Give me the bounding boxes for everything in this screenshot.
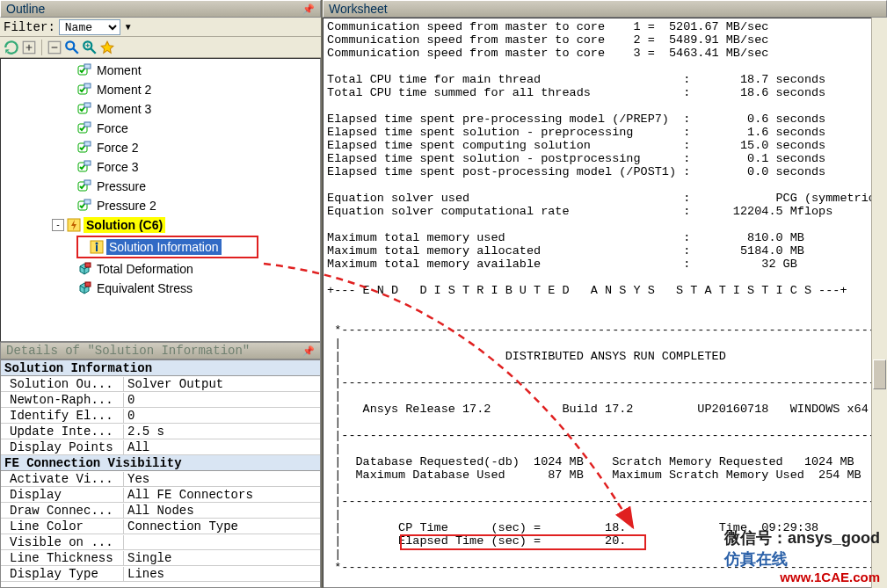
cube-icon [76, 262, 92, 276]
tree-item[interactable]: Force [1, 119, 320, 138]
tree-item[interactable]: Force 2 [1, 138, 320, 157]
filter-select[interactable]: Name [59, 19, 120, 35]
highlight-solution-info: Solution Information [76, 236, 258, 258]
vertical-scrollbar[interactable] [871, 18, 887, 588]
grid-val[interactable]: All Nodes [124, 504, 320, 518]
details-grid[interactable]: Solution InformationSolution Ou...Solver… [0, 359, 321, 588]
tree-label: Moment 2 [94, 82, 154, 98]
grid-key: Identify El... [1, 409, 124, 423]
grid-row[interactable]: Identify El...0 [1, 408, 320, 424]
grid-val[interactable]: All [124, 440, 320, 454]
filter-label: Filter: [4, 20, 55, 34]
grid-row[interactable]: Line ThicknessSingle [1, 550, 320, 566]
grid-row[interactable]: Display PointsAll [1, 439, 320, 455]
svg-rect-19 [84, 200, 91, 204]
check-icon [76, 83, 92, 97]
grid-key: Visible on ... [1, 535, 124, 549]
grid-val[interactable]: 2.5 s [124, 425, 320, 439]
tree-item[interactable]: Pressure [1, 177, 320, 196]
tree-item[interactable]: Moment 2 [1, 80, 320, 99]
grid-key: Line Color [1, 519, 124, 534]
collapse-icon[interactable] [47, 40, 62, 55]
grid-val[interactable]: Lines [124, 567, 320, 581]
pin-icon[interactable]: 📌 [302, 345, 315, 357]
tree-label: Moment 3 [94, 101, 154, 117]
grid-val[interactable]: Connection Type [124, 519, 320, 534]
grid-val[interactable]: All FE Connectors [124, 488, 320, 502]
grid-row[interactable]: Draw Connec...All Nodes [1, 503, 320, 519]
svg-rect-15 [84, 161, 91, 165]
svg-rect-5 [84, 64, 91, 69]
tree-label: Force 3 [94, 159, 141, 175]
check-icon [76, 199, 92, 213]
outline-toolbar [0, 37, 321, 58]
grid-row[interactable]: DisplayAll FE Connectors [1, 487, 320, 503]
grid-category: FE Connection Visibility [1, 455, 320, 471]
search-icon[interactable] [64, 40, 80, 55]
nav-icon[interactable] [99, 40, 115, 55]
grid-val[interactable]: Single [124, 551, 320, 565]
check-icon [76, 141, 92, 155]
grid-val[interactable]: Solver Output [124, 377, 320, 391]
tree-label: Total Deformation [94, 261, 196, 277]
grid-key: Activate Vi... [1, 472, 124, 486]
tree-item[interactable]: Solution Information [78, 237, 222, 257]
svg-point-2 [66, 41, 74, 49]
grid-val[interactable]: Yes [124, 472, 320, 486]
expand-icon[interactable] [21, 40, 37, 55]
tree-label: Equivalent Stress [94, 280, 195, 296]
outline-title: Outline [6, 2, 45, 16]
scroll-thumb[interactable] [873, 359, 886, 389]
grid-row[interactable]: Solution Ou...Solver Output [1, 376, 320, 392]
svg-point-22 [96, 243, 98, 245]
outline-tree[interactable]: MomentMoment 2Moment 3ForceForce 2Force … [0, 58, 321, 342]
svg-rect-25 [85, 282, 91, 287]
tree-item[interactable]: Total Deformation [1, 259, 320, 279]
grid-key: Newton-Raph... [1, 393, 124, 407]
svg-rect-13 [84, 142, 91, 146]
grid-key: Line Thickness [1, 551, 124, 565]
grid-row[interactable]: Display TypeLines [1, 566, 320, 582]
details-header: Details of "Solution Information" 📌 [0, 342, 321, 359]
tree-item[interactable]: Moment 3 [1, 99, 320, 119]
grid-row[interactable]: Update Inte...2.5 s [1, 424, 320, 439]
svg-rect-7 [84, 83, 91, 88]
svg-rect-17 [84, 180, 91, 185]
tree-label: Pressure [94, 178, 149, 194]
refresh-icon[interactable] [4, 40, 19, 55]
tree-label: Solution (C6) [84, 217, 165, 233]
watermark: 微信号：ansys_good 仿真在线 www.1CAE.com [724, 527, 880, 584]
grid-val[interactable]: 0 [124, 393, 320, 407]
grid-row[interactable]: Activate Vi...Yes [1, 471, 320, 487]
grid-row[interactable]: Newton-Raph...0 [1, 392, 320, 408]
svg-rect-11 [84, 122, 91, 127]
check-icon [76, 121, 92, 135]
tree-item[interactable]: Moment [1, 61, 320, 80]
cube-icon [76, 281, 92, 295]
tree-label: Pressure 2 [94, 198, 159, 214]
svg-rect-9 [84, 103, 91, 107]
grid-val[interactable]: 0 [124, 409, 320, 423]
zoom-icon[interactable] [82, 40, 98, 55]
check-icon [76, 102, 92, 116]
grid-row[interactable]: Visible on ... [1, 534, 320, 550]
svg-rect-23 [96, 245, 98, 251]
tree-item[interactable]: Equivalent Stress [1, 279, 320, 298]
grid-key: Display Type [1, 567, 124, 581]
tree-toggle[interactable]: - [52, 219, 64, 231]
worksheet-body: Communication speed from master to core … [323, 18, 887, 588]
grid-key: Display [1, 488, 124, 502]
tree-item[interactable]: Pressure 2 [1, 196, 320, 215]
pin-icon[interactable]: 📌 [302, 4, 315, 15]
tree-item[interactable]: -Solution (C6) [1, 215, 320, 235]
tree-label: Force [94, 120, 131, 136]
tree-item[interactable]: Force 3 [1, 157, 320, 177]
info-icon [89, 240, 105, 254]
grid-row[interactable]: Line ColorConnection Type [1, 519, 320, 534]
tree-label: Solution Information [106, 239, 222, 255]
check-icon [76, 160, 92, 174]
check-icon [76, 63, 92, 77]
grid-category: Solution Information [1, 360, 320, 376]
tree-label: Force 2 [94, 140, 141, 156]
worksheet-header: Worksheet [323, 0, 887, 18]
